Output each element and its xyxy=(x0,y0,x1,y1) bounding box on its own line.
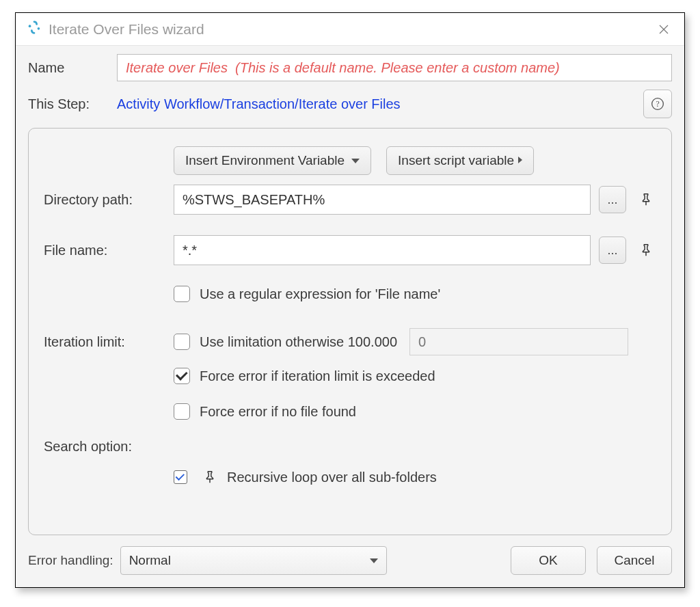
force-error-exceeded-label: Force error if iteration limit is exceed… xyxy=(200,368,435,384)
pin-directory-icon[interactable] xyxy=(636,189,656,210)
insert-script-label: Insert script variable xyxy=(398,153,514,168)
force-error-exceeded-checkbox[interactable] xyxy=(174,368,190,384)
regex-checkbox[interactable] xyxy=(174,286,190,302)
caret-right-icon xyxy=(518,157,522,163)
recursive-label: Recursive loop over all sub-folders xyxy=(227,470,437,485)
regex-checkbox-label: Use a regular expression for 'File name' xyxy=(200,286,440,302)
ok-button[interactable]: OK xyxy=(511,546,586,575)
chevron-down-icon xyxy=(351,159,360,163)
filename-input[interactable] xyxy=(174,235,591,265)
cancel-button[interactable]: Cancel xyxy=(597,546,672,575)
recursive-checkbox[interactable] xyxy=(174,470,187,484)
pin-filename-icon[interactable] xyxy=(636,240,656,260)
iteration-limit-label: Iteration limit: xyxy=(44,334,174,350)
insert-env-label: Insert Environment Variable xyxy=(185,153,345,168)
search-option-label: Search option: xyxy=(44,439,174,455)
filename-label: File name: xyxy=(44,243,174,258)
settings-panel: Insert Environment Variable Insert scrip… xyxy=(28,128,672,535)
svg-text:?: ? xyxy=(656,100,659,109)
titlebar: Iterate Over Files wizard xyxy=(16,13,684,46)
close-icon[interactable] xyxy=(654,20,673,39)
error-handling-value: Normal xyxy=(129,553,171,568)
name-label: Name xyxy=(28,60,117,76)
svg-point-0 xyxy=(29,25,31,27)
error-handling-select[interactable]: Normal xyxy=(120,546,387,575)
force-error-nofile-checkbox[interactable] xyxy=(174,403,190,420)
name-input[interactable] xyxy=(117,54,672,81)
browse-filename-button[interactable]: ... xyxy=(599,237,626,264)
this-step-link[interactable]: Activity Workflow/Transaction/Iterate ov… xyxy=(117,96,401,112)
help-button[interactable]: ? xyxy=(643,90,672,118)
svg-point-1 xyxy=(38,27,40,30)
insert-script-variable-button[interactable]: Insert script variable xyxy=(386,146,534,175)
insert-env-variable-button[interactable]: Insert Environment Variable xyxy=(174,146,371,175)
pin-recursive-icon[interactable] xyxy=(200,467,220,487)
error-handling-label: Error handling: xyxy=(28,553,113,568)
wizard-dialog: Iterate Over Files wizard Name This Step… xyxy=(15,12,685,588)
use-limit-label: Use limitation otherwise 100.000 xyxy=(200,334,397,350)
window-title: Iterate Over Files wizard xyxy=(49,21,654,38)
this-step-label: This Step: xyxy=(28,96,117,112)
force-error-nofile-label: Force error if no file found xyxy=(200,404,356,420)
iteration-limit-value xyxy=(409,328,628,355)
app-icon xyxy=(27,20,42,38)
directory-path-input[interactable] xyxy=(174,185,591,215)
directory-path-label-text: Directory path: xyxy=(44,192,174,208)
chevron-down-icon xyxy=(370,558,378,563)
use-limit-checkbox[interactable] xyxy=(174,334,190,350)
bottom-bar: Error handling: Normal OK Cancel xyxy=(16,539,684,587)
browse-directory-button[interactable]: ... xyxy=(599,186,626,213)
